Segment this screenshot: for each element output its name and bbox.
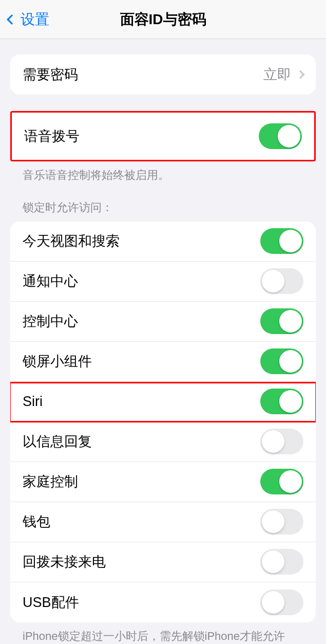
lock-access-footer: iPhone锁定超过一小时后，需先解锁iPhone才能允许USB配件连接。 — [10, 622, 316, 644]
lock-access-toggle[interactable] — [260, 268, 303, 294]
voice-dial-toggle[interactable] — [259, 123, 302, 149]
lock-access-item-label: 控制中心 — [23, 312, 78, 330]
lock-access-row: 以信息回复 — [10, 422, 316, 462]
lock-access-group: 今天视图和搜索通知中心控制中心锁屏小组件Siri以信息回复家庭控制钱包回拨未接来… — [10, 222, 316, 622]
lock-access-item-label: 以信息回复 — [23, 432, 92, 451]
lock-access-row: 锁屏小组件 — [10, 342, 316, 382]
lock-access-toggle[interactable] — [260, 389, 303, 414]
lock-access-toggle[interactable] — [260, 549, 303, 575]
require-passcode-row[interactable]: 需要密码 立即 — [10, 54, 316, 95]
lock-access-item-label: 家庭控制 — [23, 472, 78, 491]
toggle-knob — [279, 350, 302, 373]
lock-access-row: 今天视图和搜索 — [10, 222, 316, 262]
lock-access-row: 通知中心 — [10, 262, 316, 302]
toggle-knob — [262, 550, 284, 573]
back-button[interactable]: 设置 — [4, 10, 49, 29]
back-label: 设置 — [21, 10, 49, 29]
lock-access-header: 锁定时允许访问： — [10, 200, 316, 222]
toggle-knob — [262, 270, 284, 292]
toggle-knob — [262, 510, 284, 533]
lock-access-item-label: 钱包 — [23, 512, 50, 531]
voice-dial-row: 语音拨号 — [12, 113, 314, 160]
require-passcode-label: 需要密码 — [23, 65, 78, 84]
lock-access-item-label: USB配件 — [23, 593, 79, 612]
voice-dial-footer: 音乐语音控制将始终被启用。 — [10, 161, 316, 183]
navigation-bar: 设置 面容ID与密码 — [0, 0, 326, 39]
toggle-knob — [279, 310, 302, 333]
chevron-right-icon — [296, 70, 305, 79]
lock-access-row: 钱包 — [10, 502, 316, 542]
lock-access-toggle[interactable] — [260, 429, 303, 454]
lock-access-row: 家庭控制 — [10, 462, 316, 502]
lock-access-toggle[interactable] — [260, 509, 303, 535]
lock-access-toggle[interactable] — [260, 228, 303, 254]
voice-dial-label: 语音拨号 — [24, 127, 80, 145]
lock-access-toggle[interactable] — [260, 590, 303, 615]
require-passcode-value: 立即 — [263, 65, 291, 84]
toggle-knob — [279, 230, 302, 252]
content: 需要密码 立即 语音拨号 音乐语音控制将始终被启用。 锁定时允许访问： 今天视图… — [0, 54, 326, 644]
lock-access-row: Siri — [10, 382, 316, 422]
lock-access-item-label: 回拨未接来电 — [23, 553, 106, 571]
lock-access-toggle[interactable] — [260, 348, 303, 374]
toggle-knob — [262, 430, 284, 453]
lock-access-section: 锁定时允许访问： 今天视图和搜索通知中心控制中心锁屏小组件Siri以信息回复家庭… — [10, 200, 316, 644]
require-passcode-group: 需要密码 立即 — [10, 54, 316, 95]
lock-access-row: 控制中心 — [10, 302, 316, 342]
voice-dial-group: 语音拨号 — [10, 111, 316, 161]
lock-access-toggle[interactable] — [260, 469, 303, 494]
chevron-left-icon — [7, 14, 17, 25]
require-passcode-section: 需要密码 立即 — [10, 54, 316, 95]
lock-access-item-label: 今天视图和搜索 — [23, 232, 120, 250]
toggle-knob — [278, 125, 300, 148]
toggle-knob — [279, 470, 302, 493]
lock-access-item-label: 锁屏小组件 — [23, 352, 92, 371]
toggle-knob — [279, 390, 302, 413]
lock-access-item-label: 通知中心 — [23, 272, 78, 290]
lock-access-item-label: Siri — [23, 394, 43, 410]
lock-access-row: USB配件 — [10, 582, 316, 622]
voice-dial-section: 语音拨号 音乐语音控制将始终被启用。 — [10, 111, 316, 183]
lock-access-toggle[interactable] — [260, 308, 303, 334]
lock-access-row: 回拨未接来电 — [10, 542, 316, 582]
toggle-knob — [262, 591, 284, 614]
